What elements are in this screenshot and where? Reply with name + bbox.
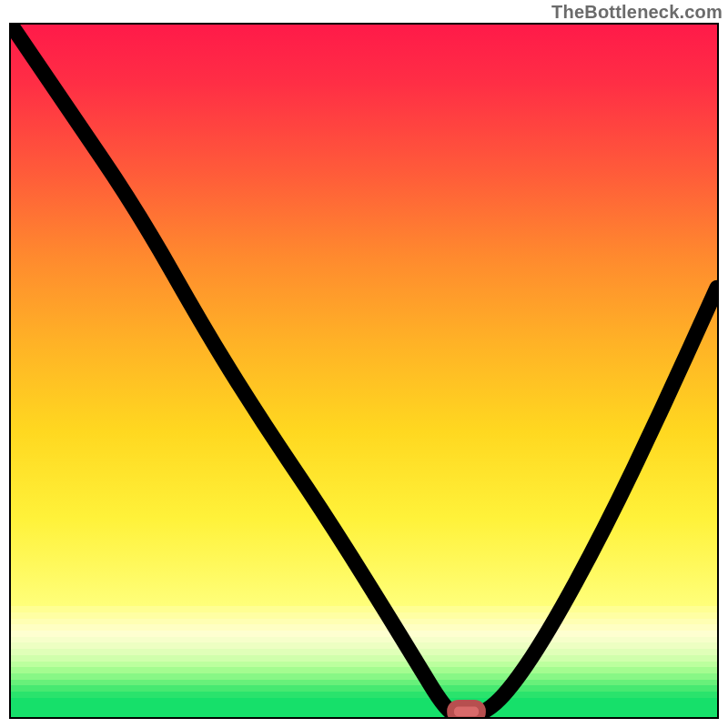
watermark-text: TheBottleneck.com (551, 2, 723, 23)
chart-stage: TheBottleneck.com (0, 0, 728, 728)
plot-area (9, 23, 719, 719)
bottleneck-curve (11, 25, 717, 717)
optimal-marker (450, 703, 482, 719)
curve-layer (11, 25, 717, 717)
